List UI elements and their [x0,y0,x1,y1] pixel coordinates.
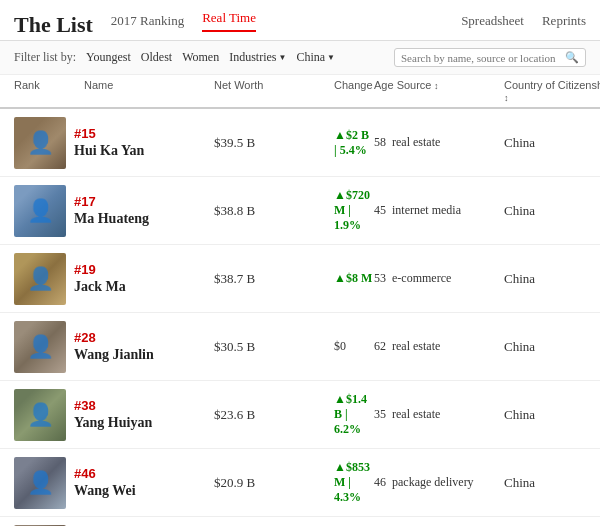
table-header: Rank Name Net Worth Change Age Source Co… [0,75,600,109]
country-cell: China [504,271,600,287]
rank-name-cell: 👤 #15 Hui Ka Yan [14,117,214,169]
age: 62 [374,339,386,353]
person-name: Yang Huiyan [74,415,152,431]
age-source-cell: 53 e-commerce [374,271,504,286]
nav-real-time[interactable]: Real Time [202,10,256,32]
filter-youngest[interactable]: Youngest [86,50,131,65]
age: 58 [374,135,386,149]
net-worth-cell: $20.9 B [214,475,334,491]
table-row[interactable]: 👤 #46 Wang Wei $20.9 B ▲$853 M | 4.3% 46… [0,449,600,517]
rank-name-block: #17 Ma Huateng [74,194,149,227]
avatar-face: 👤 [14,253,66,305]
col-country: Country of Citizenship [504,79,600,103]
change-cell: ▲$853 M | 4.3% [334,460,374,505]
table-row[interactable]: 👤 #19 Jack Ma $38.7 B ▲$8 M 53 e-commerc… [0,245,600,313]
age: 46 [374,475,386,489]
change-cell: ▲$1.4 B | 6.2% [334,392,374,437]
age: 53 [374,271,386,285]
avatar: 👤 [14,389,66,441]
person-name: Jack Ma [74,279,126,295]
rank-number: #15 [74,126,144,141]
source: real estate [392,339,440,353]
age-source-cell: 46 package delivery [374,475,504,490]
header-nav: 2017 Ranking Real Time [111,10,256,40]
rank-number: #19 [74,262,126,277]
rank-name-block: #19 Jack Ma [74,262,126,295]
table-row[interactable]: 👤 #28 Wang Jianlin $30.5 B $0 62 real es… [0,313,600,381]
avatar: 👤 [14,457,66,509]
avatar-face: 👤 [14,389,66,441]
col-networth: Net Worth [214,79,334,103]
col-name: Name [84,79,214,103]
spreadsheet-link[interactable]: Spreadsheet [461,13,524,29]
avatar: 👤 [14,253,66,305]
header-right: Spreadsheet Reprints [461,13,586,37]
table-row[interactable]: 👤 #15 Hui Ka Yan $39.5 B ▲$2 B | 5.4% 58… [0,109,600,177]
col-change: Change [334,79,374,103]
rank-name-block: #28 Wang Jianlin [74,330,154,363]
age-source-cell: 45 internet media [374,203,504,218]
rank-number: #17 [74,194,149,209]
person-name: Wang Wei [74,483,136,499]
source: package delivery [392,475,474,489]
filter-label: Filter list by: [14,50,76,65]
avatar: 👤 [14,117,66,169]
change-cell: ▲$720 M | 1.9% [334,188,374,233]
filter-bar: Filter list by: Youngest Oldest Women In… [0,41,600,75]
reprints-link[interactable]: Reprints [542,13,586,29]
source: internet media [392,203,461,217]
net-worth-cell: $38.7 B [214,271,334,287]
country-cell: China [504,135,600,151]
change-cell: ▲$2 B | 5.4% [334,128,374,158]
rank-name-cell: 👤 #46 Wang Wei [14,457,214,509]
rank-name-cell: 👤 #38 Yang Huiyan [14,389,214,441]
country-cell: China [504,475,600,491]
search-input[interactable] [401,52,561,64]
table-row[interactable]: 👤 #67 Robin Li $16.8 B $0 48 internet se… [0,517,600,526]
net-worth-cell: $38.8 B [214,203,334,219]
filter-china[interactable]: China [296,50,335,65]
rank-name-cell: 👤 #19 Jack Ma [14,253,214,305]
rank-name-cell: 👤 #28 Wang Jianlin [14,321,214,373]
avatar-face: 👤 [14,185,66,237]
rank-name-block: #15 Hui Ka Yan [74,126,144,159]
source: e-commerce [392,271,451,285]
filter-oldest[interactable]: Oldest [141,50,172,65]
age: 35 [374,407,386,421]
net-worth-cell: $23.6 B [214,407,334,423]
avatar-face: 👤 [14,117,66,169]
avatar: 👤 [14,185,66,237]
nav-2017-ranking[interactable]: 2017 Ranking [111,13,184,29]
rank-name-block: #46 Wang Wei [74,466,136,499]
rank-name-block: #38 Yang Huiyan [74,398,152,431]
table-body: 👤 #15 Hui Ka Yan $39.5 B ▲$2 B | 5.4% 58… [0,109,600,526]
rank-number: #38 [74,398,152,413]
change-cell: $0 [334,339,374,354]
source: real estate [392,407,440,421]
change-cell: ▲$8 M [334,271,374,286]
table-row[interactable]: 👤 #38 Yang Huiyan $23.6 B ▲$1.4 B | 6.2%… [0,381,600,449]
page-title: The List [14,12,93,38]
net-worth-cell: $39.5 B [214,135,334,151]
rank-number: #28 [74,330,154,345]
rank-name-cell: 👤 #17 Ma Huateng [14,185,214,237]
country-cell: China [504,407,600,423]
avatar-face: 👤 [14,321,66,373]
country-cell: China [504,203,600,219]
country-cell: China [504,339,600,355]
filter-search-box[interactable]: 🔍 [394,48,586,67]
source: real estate [392,135,440,149]
search-icon: 🔍 [565,51,579,64]
avatar: 👤 [14,321,66,373]
person-name: Ma Huateng [74,211,149,227]
person-name: Wang Jianlin [74,347,154,363]
age-source-cell: 62 real estate [374,339,504,354]
age-source-cell: 35 real estate [374,407,504,422]
net-worth-cell: $30.5 B [214,339,334,355]
person-name: Hui Ka Yan [74,143,144,159]
filter-women[interactable]: Women [182,50,219,65]
col-age-source: Age Source [374,79,504,103]
table-row[interactable]: 👤 #17 Ma Huateng $38.8 B ▲$720 M | 1.9% … [0,177,600,245]
col-rank: Rank [14,79,84,103]
filter-industries[interactable]: Industries [229,50,286,65]
